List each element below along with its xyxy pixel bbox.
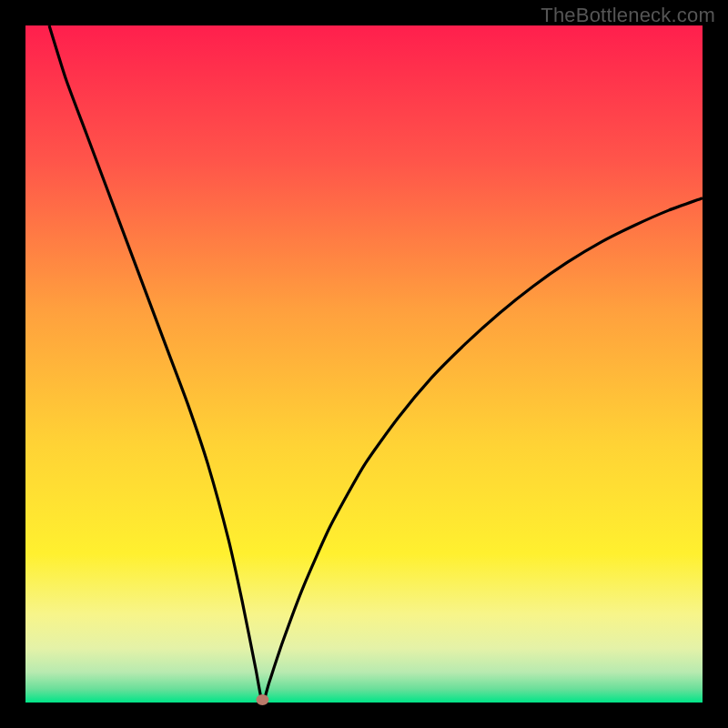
bottleneck-chart xyxy=(0,0,728,728)
watermark-text: TheBottleneck.com xyxy=(541,4,715,27)
plot-background xyxy=(25,25,703,703)
chart-container: TheBottleneck.com xyxy=(0,0,728,728)
optimal-point-marker xyxy=(256,694,268,705)
